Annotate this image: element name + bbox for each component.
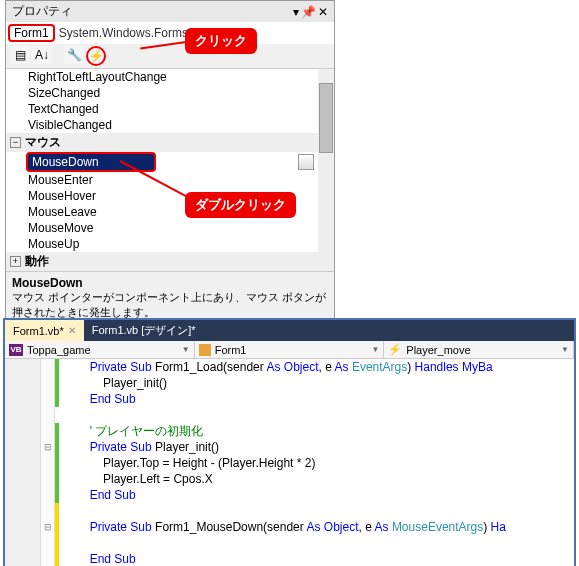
alphabetical-button[interactable]: A↓ bbox=[32, 46, 52, 64]
desc-text: マウス ポインターがコンポーネント上にあり、マウス ボタンが押されたときに発生し… bbox=[12, 291, 326, 318]
project-selector[interactable]: VB Toppa_game▼ bbox=[5, 341, 195, 358]
navigation-bar: VB Toppa_game▼ Form1▼ ⚡ Player_move▼ bbox=[5, 341, 574, 359]
pin-icon[interactable]: 📌 bbox=[301, 5, 316, 19]
event-row[interactable]: VisibleChanged bbox=[6, 117, 334, 133]
close-tab-icon[interactable]: ✕ bbox=[68, 325, 76, 336]
description-pane: MouseDown マウス ポインターがコンポーネント上にあり、マウス ボタンが… bbox=[6, 271, 334, 324]
callout-click: クリック bbox=[185, 28, 257, 54]
class-selector[interactable]: Form1▼ bbox=[195, 341, 385, 358]
dropdown-icon[interactable]: ▾ bbox=[293, 5, 299, 19]
object-selector[interactable]: Form1 System.Windows.Forms.Form bbox=[6, 22, 334, 44]
properties-button[interactable]: 🔧 bbox=[64, 46, 84, 64]
gutter bbox=[5, 359, 41, 566]
event-row-selected[interactable]: MouseDown bbox=[6, 152, 334, 172]
member-selector[interactable]: ⚡ Player_move▼ bbox=[384, 341, 574, 358]
code-text[interactable]: Private Sub Form1_Load(sender As Object,… bbox=[59, 359, 574, 566]
fold-column[interactable]: ⊟⊟ bbox=[41, 359, 55, 566]
category-action[interactable]: +動作 bbox=[6, 252, 334, 271]
editor-tab[interactable]: Form1.vb* ✕ bbox=[5, 320, 84, 341]
panel-title: プロパティ bbox=[12, 3, 72, 20]
class-icon bbox=[199, 344, 211, 356]
properties-titlebar: プロパティ ▾ 📌 ✕ bbox=[6, 1, 334, 22]
editor-tabs: Form1.vb* ✕Form1.vb [デザイン]* bbox=[5, 320, 574, 341]
desc-title: MouseDown bbox=[12, 276, 83, 290]
event-handler-dropdown[interactable] bbox=[298, 154, 314, 170]
category-mouse[interactable]: −マウス bbox=[6, 133, 334, 152]
events-list: RightToLeftLayoutChangeSizeChangedTextCh… bbox=[6, 69, 334, 271]
event-row[interactable]: MouseMove bbox=[6, 220, 334, 236]
scrollbar[interactable] bbox=[318, 69, 334, 271]
event-row[interactable]: SizeChanged bbox=[6, 85, 334, 101]
event-row[interactable]: TextChanged bbox=[6, 101, 334, 117]
properties-toolbar: ▤ A↓ 🔧 ⚡ bbox=[6, 44, 334, 69]
properties-panel: プロパティ ▾ 📌 ✕ Form1 System.Windows.Forms.F… bbox=[5, 0, 335, 325]
code-editor: Form1.vb* ✕Form1.vb [デザイン]* VB Toppa_gam… bbox=[3, 318, 576, 566]
editor-tab[interactable]: Form1.vb [デザイン]* bbox=[84, 320, 204, 341]
event-row[interactable]: RightToLeftLayoutChange bbox=[6, 69, 334, 85]
vb-icon: VB bbox=[9, 344, 23, 356]
events-button[interactable]: ⚡ bbox=[86, 46, 106, 66]
selected-object-name: Form1 bbox=[8, 24, 55, 42]
categorized-button[interactable]: ▤ bbox=[10, 46, 30, 64]
lightning-icon: ⚡ bbox=[388, 343, 402, 356]
code-area[interactable]: ⊟⊟ Private Sub Form1_Load(sender As Obje… bbox=[5, 359, 574, 566]
callout-doubleclick: ダブルクリック bbox=[185, 192, 296, 218]
close-icon[interactable]: ✕ bbox=[318, 5, 328, 19]
event-row[interactable]: MouseUp bbox=[6, 236, 334, 252]
